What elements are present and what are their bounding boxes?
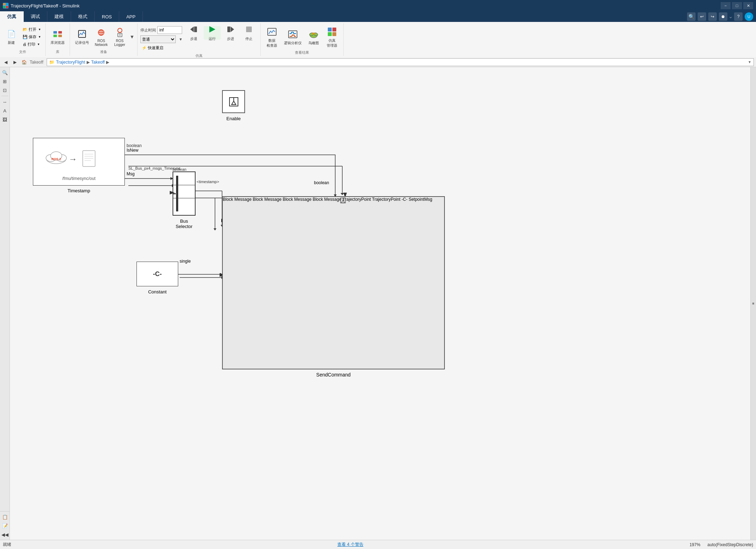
- library-browser-button[interactable]: 库浏览器: [48, 27, 67, 47]
- solver-expand-icon[interactable]: ▼: [179, 37, 182, 41]
- step-forward-button[interactable]: 步进: [222, 26, 239, 40]
- tab-ros[interactable]: ROS: [95, 11, 119, 22]
- zoom-out-button[interactable]: ⊡: [1, 86, 9, 94]
- svg-marker-17: [190, 27, 194, 32]
- expand-button[interactable]: ↔: [1, 98, 9, 106]
- path-root[interactable]: TrajectoryFlight: [56, 60, 85, 65]
- data-inspector-button[interactable]: 数据检查器: [263, 25, 280, 49]
- msg-label: Msg: [127, 171, 135, 176]
- back-button[interactable]: ◀: [2, 59, 9, 66]
- inner-block-1: Block Message Block Message Block Messag…: [223, 197, 432, 202]
- model-explorer-button[interactable]: 📋: [1, 513, 9, 521]
- ros-network-icon: [95, 27, 107, 38]
- sim-manager-button[interactable]: 仿真管理器: [324, 25, 341, 49]
- inner-block-11: SetpointMsg: [409, 197, 432, 202]
- enable-block[interactable]: [222, 90, 245, 113]
- timestamp-output-label: <timestamp>: [197, 180, 219, 184]
- status-right-group: 197% auto(FixedStepDiscrete): [690, 542, 753, 547]
- inner-label-4: Block Message: [313, 197, 341, 202]
- minimize-button[interactable]: −: [721, 2, 731, 9]
- run-button[interactable]: 运行: [204, 26, 221, 40]
- address-path-bar[interactable]: 📁 TrajectoryFlight ▶ Takeoff ▶ ▼: [47, 58, 754, 66]
- step-back-icon: [189, 25, 198, 36]
- print-button[interactable]: 🖨 打印 ▼: [21, 41, 42, 48]
- inner-constant-label: -C-: [402, 197, 408, 202]
- send-command-block[interactable]: Block Message Block Message Block Messag…: [222, 196, 445, 369]
- path-dropdown-icon[interactable]: ▼: [748, 60, 751, 64]
- svg-rect-40: [332, 28, 336, 31]
- constant-block[interactable]: -C-: [136, 262, 178, 286]
- svg-marker-20: [231, 27, 234, 32]
- prepare-expand-button[interactable]: ▼: [130, 34, 135, 40]
- forward-button[interactable]: ▶: [11, 59, 18, 66]
- tab-debug[interactable]: 调试: [24, 11, 47, 22]
- zoom-in-button[interactable]: 🔍: [1, 69, 9, 76]
- inner-wire-1: Block Message Block Message Block Messag…: [223, 197, 432, 202]
- record-signal-button[interactable]: 记录信号: [73, 27, 91, 47]
- inner-label-2: Block Message: [253, 197, 281, 202]
- app-icon: [3, 3, 8, 8]
- save-button[interactable]: 💾 保存 ▼: [21, 34, 42, 40]
- path-icon: 📁: [49, 60, 54, 65]
- logic-analyzer-button[interactable]: 逻辑分析仪: [282, 27, 304, 47]
- address-bar: ◀ ▶ 🏠 Takeoff 📁 TrajectoryFlight ▶ Takeo…: [0, 57, 756, 67]
- bottom-left-panel: 📋 📝 ◀◀: [0, 511, 10, 540]
- bus-type-label-2: boolean: [173, 167, 186, 171]
- stop-time-row: 停止时间: [140, 26, 182, 34]
- home-button[interactable]: 🏠: [21, 59, 28, 66]
- svg-rect-5: [58, 31, 62, 34]
- timestamp-block[interactable]: ROS 2 → /fmu/timesync/out: [33, 138, 125, 186]
- left-sidebar: 🔍 ⊞ ⊡ ↔ A 🖼 ⚙ ◀◀: [0, 67, 10, 540]
- stop-time-input[interactable]: [157, 26, 182, 34]
- open-button[interactable]: 📂 打开 ▼: [21, 26, 42, 33]
- new-button[interactable]: 📄 新建: [3, 27, 20, 47]
- help-button[interactable]: ?: [734, 12, 743, 21]
- tab-app[interactable]: APP: [119, 11, 143, 22]
- step-back-button[interactable]: 步退: [185, 26, 202, 40]
- inner-label-1: Block Message: [223, 197, 251, 202]
- collapse-all-button[interactable]: ◀◀: [1, 531, 9, 538]
- search-icon[interactable]: 🔍: [687, 12, 696, 21]
- inner-block-9: TrajectoryPoint TrajectoryPoint -C- Setp…: [343, 197, 432, 202]
- record-button[interactable]: ⏺: [719, 12, 727, 21]
- svg-point-38: [313, 33, 315, 35]
- fast-restart-button[interactable]: ⚡ 快速重启: [140, 45, 182, 51]
- timestamp-block-label: Timestamp: [33, 188, 125, 193]
- label-button[interactable]: A: [1, 107, 9, 115]
- enable-block-label: Enable: [219, 116, 248, 121]
- svg-point-13: [118, 28, 122, 33]
- path-current[interactable]: Takeoff: [91, 60, 105, 65]
- svg-marker-69: [170, 191, 175, 194]
- svg-rect-2: [3, 6, 5, 8]
- ros-logger-button[interactable]: ROSLogger: [111, 25, 128, 48]
- user-avatar[interactable]: U: [745, 12, 753, 21]
- save-icon: 💾: [23, 35, 28, 39]
- tab-modeling[interactable]: 建模: [47, 11, 71, 22]
- properties-button[interactable]: 📝: [1, 522, 9, 530]
- canvas-area[interactable]: Enable ROS 2 →: [10, 67, 750, 540]
- screenshot-button[interactable]: 🖼: [1, 116, 9, 123]
- ribbon-group-simulation: 停止时间 普通 ▼ ⚡ 快速重启: [138, 23, 261, 56]
- tab-simulation[interactable]: 仿真: [0, 11, 24, 22]
- fit-view-button[interactable]: ⊞: [1, 77, 9, 85]
- svg-marker-74: [341, 200, 345, 203]
- ribbon-toggle[interactable]: ⌵: [729, 14, 732, 19]
- solver-select[interactable]: 普通: [140, 35, 176, 43]
- right-panel-collapse[interactable]: ≡: [750, 67, 756, 540]
- ribbon-content: 📄 新建 📂 打开 ▼ 💾 保存 ▼ 🖨 打印 ▼: [0, 22, 756, 57]
- status-warnings[interactable]: 查看 4 个警告: [18, 542, 682, 548]
- new-icon: 📄: [6, 28, 17, 40]
- open-icon: 📂: [23, 27, 28, 32]
- redo-button[interactable]: ↪: [708, 12, 717, 21]
- bird-eye-button[interactable]: 鸟瞰图: [305, 27, 322, 47]
- stop-button[interactable]: 停止: [240, 26, 257, 40]
- maximize-button[interactable]: □: [732, 2, 742, 9]
- window-controls: − □ ✕: [721, 2, 753, 9]
- undo-button[interactable]: ↩: [698, 12, 706, 21]
- tab-format[interactable]: 格式: [71, 11, 95, 22]
- close-button[interactable]: ✕: [743, 2, 753, 9]
- data-inspector-icon: [266, 26, 278, 37]
- stop-icon: [244, 25, 254, 36]
- ros-network-button[interactable]: ROSNetwork: [93, 25, 110, 48]
- inner-constant: -C- SetpointMsg: [402, 197, 432, 202]
